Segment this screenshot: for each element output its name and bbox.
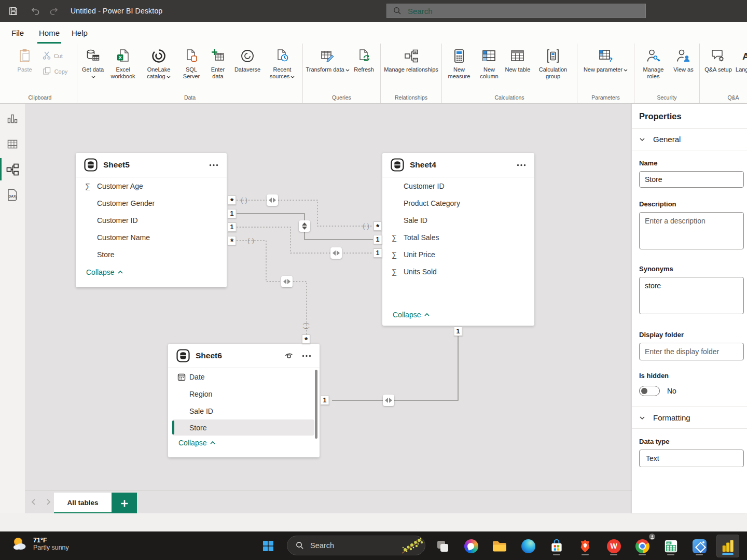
field-row[interactable]: Sale ID xyxy=(382,212,534,229)
get-data-button[interactable]: Get data xyxy=(79,44,106,80)
field-row[interactable]: Store xyxy=(76,246,227,263)
language-button[interactable]: A Language xyxy=(734,44,747,80)
name-field[interactable] xyxy=(639,171,744,188)
manage-relationships-button[interactable]: Manage relationships xyxy=(384,44,439,73)
tab-home[interactable]: Home xyxy=(39,22,60,44)
field-row[interactable]: Sale ID xyxy=(168,402,320,419)
field-row[interactable]: Customer ID xyxy=(76,212,227,229)
relationship-direction-badge-selected[interactable] xyxy=(299,220,310,232)
field-row[interactable]: Customer Gender xyxy=(76,194,227,212)
sql-server-button[interactable]: SQL Server xyxy=(178,44,205,80)
onelake-catalog-button[interactable]: OneLake catalog xyxy=(140,44,178,80)
sidebar-item-report-view[interactable] xyxy=(0,106,25,131)
refresh-button[interactable]: Refresh xyxy=(350,44,378,73)
prev-layout-arrow-icon[interactable] xyxy=(30,497,37,509)
cardinality-marker[interactable]: 1 xyxy=(374,248,382,258)
cardinality-marker[interactable]: * xyxy=(228,236,236,245)
paste-button[interactable]: Paste xyxy=(12,44,37,73)
taskbar-store-button[interactable] xyxy=(545,535,568,557)
description-field[interactable] xyxy=(639,212,744,249)
more-options-icon[interactable] xyxy=(517,164,526,166)
taskbar-start-button[interactable] xyxy=(257,535,280,557)
undo-icon[interactable] xyxy=(26,3,44,19)
excel-workbook-button[interactable]: X Excel workbook xyxy=(106,44,140,80)
section-formatting[interactable]: Formatting xyxy=(632,407,747,429)
cardinality-marker[interactable]: 1 xyxy=(374,235,382,244)
more-options-icon[interactable] xyxy=(302,355,311,357)
section-general[interactable]: General xyxy=(632,129,747,150)
field-row[interactable]: Customer ID xyxy=(382,177,534,194)
cardinality-marker[interactable]: 1 xyxy=(454,327,463,336)
taskbar-photos-button[interactable] xyxy=(688,535,711,557)
copy-button[interactable]: Copy xyxy=(43,67,68,76)
relationship-direction-badge[interactable] xyxy=(267,194,278,206)
new-measure-button[interactable]: New measure xyxy=(444,44,474,80)
cut-button[interactable]: Cut xyxy=(43,51,68,61)
table-card-sheet4[interactable]: Sheet4 Customer ID Product Category Sale… xyxy=(382,153,534,326)
enter-data-button[interactable]: Enter data xyxy=(205,44,231,80)
sidebar-item-table-view[interactable] xyxy=(0,131,25,157)
sidebar-item-model-view[interactable] xyxy=(0,157,25,182)
relationship-direction-badge[interactable] xyxy=(383,395,394,406)
field-row[interactable]: ∑Units Sold xyxy=(382,263,534,280)
taskbar-brave-button[interactable] xyxy=(574,535,597,557)
taskbar-wps-office-button[interactable]: W xyxy=(602,535,625,557)
field-row[interactable]: ∑Customer Age xyxy=(76,177,227,194)
new-table-button[interactable]: New table xyxy=(504,44,531,73)
field-row-selected[interactable]: Store xyxy=(172,419,314,436)
calculation-group-button[interactable]: Calculation group xyxy=(531,44,575,80)
collapse-link[interactable]: Collapse xyxy=(382,305,534,326)
cardinality-marker[interactable]: 1 xyxy=(321,396,329,405)
collapse-link[interactable]: Collapse xyxy=(168,436,320,454)
cardinality-marker[interactable]: 1 xyxy=(228,209,237,218)
card-scrollbar[interactable] xyxy=(315,370,317,439)
cardinality-marker[interactable]: 1 xyxy=(228,222,237,232)
tab-file[interactable]: File xyxy=(11,22,24,44)
taskbar-file-explorer-button[interactable] xyxy=(488,535,511,557)
field-row[interactable]: Date xyxy=(168,368,320,385)
dataverse-button[interactable]: Dataverse xyxy=(231,44,264,73)
relationship-direction-badge[interactable] xyxy=(281,276,293,287)
taskbar-spreadsheet-button[interactable] xyxy=(659,535,682,557)
cardinality-marker[interactable]: * xyxy=(374,221,382,231)
data-type-dropdown[interactable]: Text xyxy=(639,450,744,467)
taskbar-power-bi-button[interactable] xyxy=(716,535,739,557)
is-hidden-toggle[interactable] xyxy=(639,386,660,396)
layout-tab-all-tables[interactable]: All tables xyxy=(54,493,112,514)
relationship-direction-badge[interactable] xyxy=(330,247,342,259)
sidebar-item-dax-query-view[interactable]: DAX xyxy=(0,182,25,207)
transform-data-button[interactable]: Transform data xyxy=(306,44,350,73)
new-column-button[interactable]: New column xyxy=(474,44,504,80)
field-row[interactable]: Region xyxy=(168,385,320,402)
collapse-link[interactable]: Collapse xyxy=(76,263,227,283)
visibility-eye-icon[interactable] xyxy=(284,352,295,359)
cardinality-marker[interactable]: * xyxy=(302,334,310,344)
cardinality-marker[interactable]: * xyxy=(228,195,236,205)
manage-roles-button[interactable]: Manage roles xyxy=(637,44,670,80)
field-row[interactable]: ∑Total Sales xyxy=(382,229,534,246)
more-options-icon[interactable] xyxy=(209,164,218,166)
save-icon[interactable] xyxy=(4,3,22,19)
table-card-sheet6[interactable]: Sheet6 Date Region Sale ID Store Collaps… xyxy=(168,344,320,457)
tab-help[interactable]: Help xyxy=(72,22,88,44)
field-row[interactable]: Product Category xyxy=(382,194,534,212)
field-row[interactable]: ∑Unit Price xyxy=(382,246,534,263)
display-folder-field[interactable] xyxy=(639,343,744,360)
table-card-sheet5[interactable]: Sheet5 ∑Customer Age Customer Gender Cus… xyxy=(76,153,227,287)
taskbar-task-view-button[interactable] xyxy=(431,535,454,557)
taskbar-chrome-button[interactable] xyxy=(631,535,654,557)
qa-setup-button[interactable]: Q&A setup xyxy=(703,44,734,73)
weather-widget[interactable]: 71°F Partly sunny xyxy=(11,536,69,552)
synonyms-field[interactable]: store xyxy=(639,277,744,314)
recent-sources-button[interactable]: Recent sources xyxy=(264,44,300,80)
redo-icon[interactable] xyxy=(46,3,63,19)
field-row[interactable]: Customer Name xyxy=(76,229,227,246)
new-parameter-button[interactable]: ? New parameter xyxy=(580,44,632,73)
taskbar-edge-button[interactable] xyxy=(517,535,540,557)
taskbar-copilot-button[interactable] xyxy=(460,535,482,557)
app-search-box[interactable]: Search xyxy=(386,4,646,18)
add-layout-button[interactable] xyxy=(112,493,137,514)
next-layout-arrow-icon[interactable] xyxy=(45,497,52,509)
taskbar-search-box[interactable]: Search xyxy=(287,536,425,555)
view-as-button[interactable]: View as xyxy=(670,44,697,73)
